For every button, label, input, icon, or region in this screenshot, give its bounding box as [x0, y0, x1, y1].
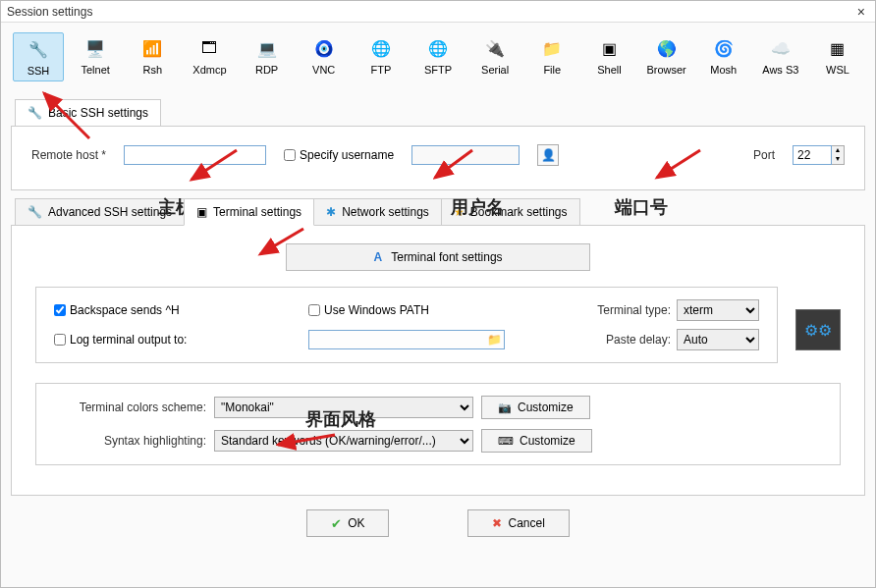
shell-icon: ▣	[597, 36, 621, 60]
vnc-icon: 🧿	[312, 36, 336, 60]
colors-scheme-label: Terminal colors scheme:	[54, 401, 206, 414]
gear-icon: ⚙⚙	[804, 321, 832, 340]
terminal-font-settings-button[interactable]: A Terminal font settings	[286, 243, 590, 271]
protocol-mosh[interactable]: 🌀Mosh	[698, 32, 749, 80]
check-circle-icon: ✔	[331, 516, 342, 531]
port-input[interactable]	[793, 145, 832, 165]
terminal-type-label: Terminal type:	[597, 303, 671, 317]
log-output-check[interactable]: Log terminal output to:	[54, 333, 291, 347]
wrench-icon: 🔧	[27, 106, 42, 120]
port-spin-up[interactable]: ▲	[832, 146, 844, 155]
colors-scheme-select[interactable]: "Monokai"	[214, 397, 473, 418]
specify-username-label: Specify username	[300, 148, 394, 162]
ssh-icon: 🔧	[27, 37, 50, 61]
network-icon: ✱	[326, 205, 336, 219]
camera-icon: 📷	[498, 401, 512, 414]
protocol-sftp[interactable]: 🌐SFTP	[412, 32, 464, 80]
star-icon: ★	[454, 205, 465, 219]
backspace-check[interactable]: Backspace sends ^H	[54, 303, 291, 317]
tab-label: Basic SSH settings	[48, 106, 148, 120]
serial-icon: 🔌	[483, 36, 507, 60]
telnet-icon: 🖥️	[83, 36, 107, 60]
font-a-icon: A	[373, 250, 382, 264]
tab-network-settings[interactable]: ✱ Network settings	[313, 198, 442, 226]
remote-host-label: Remote host *	[31, 148, 106, 162]
window-title: Session settings	[7, 5, 92, 19]
tab-advanced-ssh[interactable]: 🔧 Advanced SSH settings	[15, 198, 185, 226]
protocol-telnet[interactable]: 🖥️Telnet	[70, 32, 121, 80]
customize-syntax-button[interactable]: ⌨ Customize	[481, 429, 592, 453]
user-picker-button[interactable]: 👤	[537, 144, 559, 166]
xdmcp-icon: 🗔	[197, 36, 221, 60]
user-icon: 👤	[541, 148, 556, 162]
terminal-type-select[interactable]: xterm	[677, 299, 759, 321]
syntax-highlight-select[interactable]: Standard keywords (OK/warning/error/...)	[214, 430, 473, 452]
log-output-path-input[interactable]	[308, 330, 505, 349]
port-spin-down[interactable]: ▼	[832, 155, 844, 164]
close-icon[interactable]: ×	[851, 4, 871, 20]
sftp-icon: 🌐	[426, 36, 450, 60]
protocol-serial[interactable]: 🔌Serial	[469, 32, 520, 80]
protocol-shell[interactable]: ▣Shell	[583, 32, 634, 80]
protocol-label: SSH	[27, 65, 50, 77]
cancel-button[interactable]: ✖ Cancel	[467, 509, 569, 537]
syntax-highlight-label: Syntax highlighting:	[54, 434, 206, 448]
ok-button[interactable]: ✔ OK	[306, 509, 389, 537]
use-win-path-checkbox[interactable]	[308, 304, 320, 316]
tab-terminal-settings[interactable]: ▣ Terminal settings	[184, 198, 314, 226]
wsl-icon: ▦	[826, 36, 849, 60]
cancel-circle-icon: ✖	[492, 516, 502, 530]
awss3-icon: ☁️	[769, 36, 793, 60]
protocol-xdmcp[interactable]: 🗔Xdmcp	[184, 32, 235, 80]
protocol-ssh[interactable]: 🔧 SSH	[13, 32, 64, 81]
specify-username-checkbox[interactable]	[284, 149, 296, 161]
keyboard-icon: ⌨	[498, 435, 514, 448]
remote-host-input[interactable]	[124, 145, 266, 165]
protocol-ftp[interactable]: 🌐FTP	[356, 32, 407, 80]
paste-delay-label: Paste delay:	[606, 333, 671, 347]
protocol-wsl[interactable]: ▦WSL	[812, 32, 863, 80]
file-icon: 📁	[540, 36, 564, 60]
tab-bookmark-settings[interactable]: ★ Bookmark settings	[441, 198, 580, 226]
wrench-icon: 🔧	[27, 205, 42, 219]
backspace-checkbox[interactable]	[54, 304, 66, 316]
tab-basic-ssh[interactable]: 🔧 Basic SSH settings	[15, 99, 161, 126]
protocol-toolbar: 🔧 SSH 🖥️Telnet 📶Rsh 🗔Xdmcp 💻RDP 🧿VNC 🌐FT…	[1, 23, 875, 87]
protocol-rsh[interactable]: 📶Rsh	[127, 32, 178, 80]
ftp-icon: 🌐	[369, 36, 393, 60]
use-win-path-check[interactable]: Use Windows PATH	[308, 303, 545, 317]
terminal-preview-button[interactable]: ⚙⚙	[795, 309, 841, 350]
specify-username-check[interactable]: Specify username	[284, 148, 394, 162]
protocol-vnc[interactable]: 🧿VNC	[299, 32, 350, 80]
customize-colors-button[interactable]: 📷 Customize	[481, 396, 590, 419]
protocol-file[interactable]: 📁File	[526, 32, 577, 80]
protocol-awss3[interactable]: ☁️Aws S3	[755, 32, 806, 80]
protocol-browser[interactable]: 🌎Browser	[641, 32, 692, 80]
rdp-icon: 💻	[255, 36, 279, 60]
protocol-rdp[interactable]: 💻RDP	[242, 32, 293, 80]
username-input[interactable]	[411, 145, 520, 165]
browser-icon: 🌎	[655, 36, 679, 60]
port-label: Port	[753, 148, 775, 162]
rsh-icon: 📶	[140, 36, 164, 60]
terminal-icon: ▣	[196, 205, 207, 219]
paste-delay-select[interactable]: Auto	[677, 329, 759, 350]
mosh-icon: 🌀	[712, 36, 736, 60]
log-output-checkbox[interactable]	[54, 334, 66, 346]
